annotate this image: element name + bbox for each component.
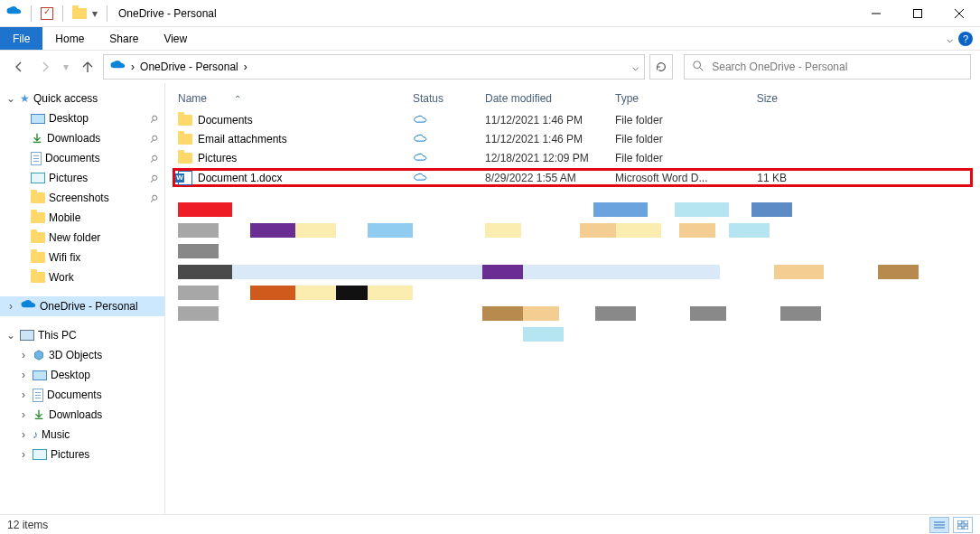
redacted-block (413, 223, 485, 238)
chevron-right-icon[interactable]: › (5, 300, 16, 313)
column-size[interactable]: Size (723, 92, 787, 105)
pin-icon: ⚲ (147, 131, 160, 145)
up-button[interactable] (78, 56, 98, 78)
back-button[interactable] (9, 56, 29, 78)
document-icon (31, 152, 42, 165)
chevron-right-icon[interactable]: › (18, 349, 29, 361)
address-bar[interactable]: OneDrive - Personal ⌵ (103, 54, 645, 80)
tab-view[interactable]: View (151, 27, 200, 50)
tree-label: Screenshots (49, 192, 109, 204)
tree-quick-item[interactable]: Mobile (0, 208, 164, 228)
tree-label: Documents (47, 389, 102, 401)
file-row[interactable]: Document 1.docx8/29/2022 1:55 AMMicrosof… (173, 168, 973, 187)
tree-label: Quick access (33, 92, 98, 105)
music-icon: ♪ (33, 428, 38, 441)
tree-quick-item[interactable]: Desktop⚲ (0, 108, 164, 128)
window-title: OneDrive - Personal (118, 7, 217, 20)
file-row[interactable]: Email attachments11/12/2021 1:46 PMFile … (178, 129, 967, 148)
qat-folder-icon[interactable] (72, 8, 87, 19)
tree-quick-item[interactable]: Screenshots⚲ (0, 188, 164, 208)
tree-thispc-item[interactable]: ›Downloads (0, 405, 164, 425)
chevron-down-icon[interactable]: ⌄ (5, 329, 16, 342)
tree-onedrive[interactable]: › OneDrive - Personal (0, 296, 164, 316)
redacted-block (523, 265, 720, 279)
window-minimize-button[interactable] (855, 0, 897, 27)
status-icon (413, 114, 485, 126)
chevron-right-icon[interactable]: › (18, 369, 29, 381)
redacted-block (295, 223, 336, 238)
tree-quick-item[interactable]: Wifi fix (0, 248, 164, 267)
thispc-icon (20, 330, 34, 341)
svg-rect-11 (957, 520, 962, 524)
view-thumbnails-button[interactable] (953, 517, 973, 533)
window-close-button[interactable] (938, 0, 980, 27)
redacted-block (878, 265, 919, 279)
file-row[interactable]: Documents11/12/2021 1:46 PMFile folder (178, 110, 967, 129)
redacted-block (178, 286, 219, 300)
tab-home[interactable]: Home (42, 27, 97, 50)
tree-quick-item[interactable]: Documents⚲ (0, 148, 164, 168)
file-row[interactable]: Pictures12/18/2021 12:09 PMFile folder (178, 148, 967, 167)
quick-access-toolbar: ✓ ▾ (5, 5, 111, 22)
qat-dropdown-icon[interactable]: ▾ (92, 7, 98, 20)
downloads-icon (31, 132, 43, 145)
tab-file[interactable]: File (0, 27, 42, 50)
file-name: Email attachments (198, 133, 413, 145)
tree-quick-access[interactable]: ⌄ ★ Quick access (0, 89, 164, 108)
chevron-down-icon[interactable]: ⌄ (5, 92, 16, 105)
tree-label: Desktop (51, 369, 90, 381)
tab-share[interactable]: Share (97, 27, 151, 50)
file-type: File folder (615, 114, 723, 126)
pin-icon: ⚲ (147, 151, 160, 164)
ribbon-collapse-icon[interactable]: ⌵ (947, 33, 953, 45)
tree-thispc-item[interactable]: ›3D Objects (0, 345, 164, 365)
column-name[interactable]: Name ⌃ (178, 92, 413, 105)
redacted-block (368, 286, 413, 300)
tree-quick-item[interactable]: Work (0, 267, 164, 287)
tree-label: Desktop (49, 112, 89, 125)
chevron-right-icon[interactable]: › (18, 408, 29, 421)
redacted-block (232, 202, 593, 217)
redacted-block (250, 223, 295, 238)
chevron-right-icon[interactable]: › (18, 428, 29, 441)
address-dropdown-icon[interactable]: ⌵ (632, 61, 639, 73)
svg-rect-13 (957, 526, 962, 529)
refresh-button[interactable] (649, 54, 673, 80)
tree-thispc-item[interactable]: ›♪Music (0, 425, 164, 445)
forward-button[interactable] (34, 56, 54, 78)
chevron-right-icon[interactable]: › (18, 448, 29, 461)
tree-label: Mobile (49, 211, 80, 224)
redacted-block (485, 223, 521, 238)
tree-quick-item[interactable]: Downloads⚲ (0, 128, 164, 148)
chevron-right-icon[interactable] (244, 61, 247, 73)
column-date[interactable]: Date modified (485, 92, 615, 105)
qat-properties-icon[interactable]: ✓ (41, 7, 53, 20)
tree-thispc-item[interactable]: ›Pictures (0, 445, 164, 464)
redacted-block (250, 286, 295, 300)
redacted-block (690, 306, 726, 321)
tree-thispc-item[interactable]: ›Documents (0, 385, 164, 405)
tree-label: Pictures (51, 448, 89, 461)
search-placeholder: Search OneDrive - Personal (712, 61, 847, 73)
star-icon: ★ (20, 92, 30, 105)
desktop-icon (33, 370, 47, 380)
search-input[interactable]: Search OneDrive - Personal (684, 54, 971, 80)
pin-icon: ⚲ (147, 191, 160, 204)
column-type[interactable]: Type (615, 92, 723, 105)
breadcrumb[interactable]: OneDrive - Personal (140, 61, 238, 73)
tree-quick-item[interactable]: Pictures⚲ (0, 168, 164, 188)
chevron-right-icon[interactable] (131, 61, 135, 73)
svg-point-4 (694, 61, 701, 68)
help-button[interactable]: ? (958, 32, 973, 46)
tree-this-pc[interactable]: ⌄ This PC (0, 325, 164, 345)
pin-icon: ⚲ (147, 111, 160, 125)
recent-locations-button[interactable]: ▾ (61, 56, 72, 78)
redacted-block (523, 327, 564, 342)
chevron-right-icon[interactable]: › (18, 389, 29, 401)
file-list: Name ⌃ Status Date modified Type Size Do… (165, 83, 980, 514)
view-details-button[interactable] (929, 517, 949, 533)
window-maximize-button[interactable] (897, 0, 938, 27)
column-status[interactable]: Status (413, 92, 485, 105)
tree-quick-item[interactable]: New folder (0, 228, 164, 248)
tree-thispc-item[interactable]: ›Desktop (0, 365, 164, 385)
